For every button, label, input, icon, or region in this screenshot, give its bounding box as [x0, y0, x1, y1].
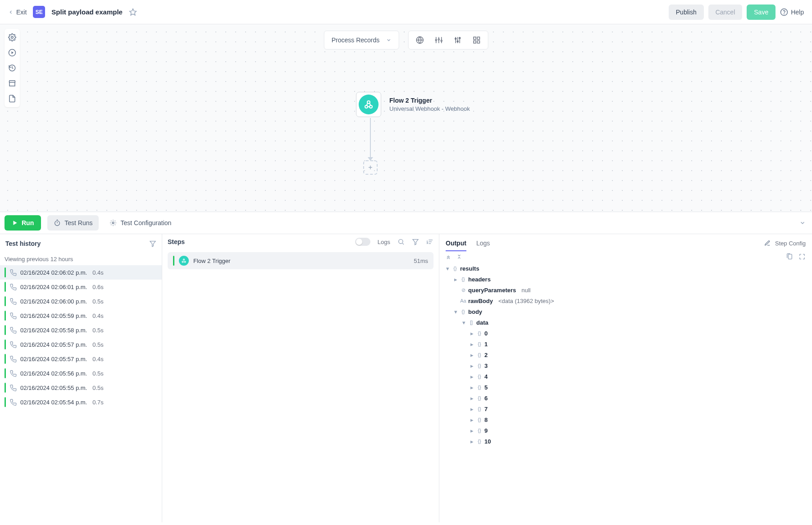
history-item[interactable]: 02/16/2024 02:06:01 p.m.0.6s — [0, 280, 162, 294]
add-step-button[interactable]: + — [363, 160, 378, 175]
status-bar-icon — [5, 311, 6, 321]
object-icon: {} — [476, 352, 483, 358]
fullscreen-icon[interactable] — [798, 253, 806, 260]
svg-point-36 — [399, 240, 403, 244]
tree-data-item[interactable]: ▸{}5 — [445, 382, 807, 393]
tree-data-item[interactable]: ▸{}8 — [445, 414, 807, 425]
flow-canvas[interactable]: Process Records Flow 2 Trigger Universal… — [0, 24, 812, 212]
tab-logs[interactable]: Logs — [476, 238, 490, 249]
publish-button[interactable]: Publish — [669, 5, 704, 20]
cancel-button[interactable]: Cancel — [708, 5, 743, 20]
history-time: 02/16/2024 02:06:00 p.m. — [20, 298, 87, 305]
status-bar-icon — [5, 325, 6, 335]
filter-icon[interactable] — [412, 238, 419, 245]
data-index: 10 — [484, 438, 491, 445]
tree-data-item[interactable]: ▸{}2 — [445, 349, 807, 360]
tree-data-item[interactable]: ▸{}10 — [445, 436, 807, 447]
exit-button[interactable]: Exit — [8, 9, 27, 16]
filter-icon[interactable] — [149, 240, 156, 247]
tree-queryparams[interactable]: ▸ ⊘ queryParameters null — [445, 285, 807, 295]
history-item[interactable]: 02/16/2024 02:05:57 p.m.0.4s — [0, 352, 162, 366]
collapse-all-icon[interactable] — [446, 254, 451, 259]
status-bar-icon — [5, 368, 6, 378]
history-item[interactable]: 02/16/2024 02:06:00 p.m.0.5s — [0, 294, 162, 308]
tree-rawbody[interactable]: ▸ Aa rawBody <data (13962 bytes)> — [445, 295, 807, 306]
adjustments-icon[interactable] — [448, 31, 467, 49]
history-item[interactable]: 02/16/2024 02:05:56 p.m.0.5s — [0, 366, 162, 380]
expand-all-icon[interactable] — [456, 254, 462, 259]
history-item[interactable]: 02/16/2024 02:05:59 p.m.0.4s — [0, 308, 162, 323]
tree-headers[interactable]: ▸ {} headers — [445, 274, 807, 285]
step-row[interactable]: Flow 2 Trigger 51ms — [168, 252, 433, 269]
page-title: Split payload example — [51, 8, 123, 16]
run-button[interactable]: Run — [5, 215, 41, 231]
connector-line — [370, 118, 371, 160]
test-runs-tab[interactable]: Test Runs — [47, 215, 99, 231]
object-icon: {} — [452, 265, 458, 272]
tree-body[interactable]: ▾ {} body — [445, 306, 807, 317]
history-duration: 0.5s — [92, 298, 104, 305]
store-icon[interactable] — [8, 79, 16, 87]
history-item[interactable]: 02/16/2024 02:05:55 p.m.0.5s — [0, 380, 162, 395]
tree-data-item[interactable]: ▸{}1 — [445, 339, 807, 349]
save-button[interactable]: Save — [747, 5, 776, 20]
history-time: 02/16/2024 02:05:57 p.m. — [20, 356, 87, 362]
trigger-node-box — [356, 92, 381, 117]
trigger-node[interactable]: Flow 2 Trigger Universal Webhook - Webho… — [356, 92, 470, 117]
search-icon[interactable] — [397, 238, 405, 245]
data-index: 6 — [484, 395, 488, 402]
tree-data[interactable]: ▾ [] data — [445, 317, 807, 328]
star-icon[interactable] — [129, 8, 137, 16]
tree-data-item[interactable]: ▸{}7 — [445, 403, 807, 414]
history-item[interactable]: 02/16/2024 02:05:57 p.m.0.5s — [0, 337, 162, 352]
sliders-icon[interactable] — [429, 31, 448, 49]
tree-results[interactable]: ▾ {} results — [445, 263, 807, 274]
flow-selector-label: Process Records — [332, 36, 380, 44]
history-item[interactable]: 02/16/2024 02:05:58 p.m.0.5s — [0, 323, 162, 337]
gear-icon[interactable] — [8, 33, 16, 41]
document-icon[interactable] — [8, 95, 16, 103]
history-item[interactable]: 02/16/2024 02:06:02 p.m.0.4s — [0, 265, 162, 280]
object-icon: {} — [476, 384, 483, 390]
trigger-subtitle: Universal Webhook - Webhook — [389, 105, 470, 112]
tab-output[interactable]: Output — [446, 238, 466, 249]
play-circle-icon[interactable] — [8, 49, 16, 57]
globe-icon[interactable] — [410, 31, 429, 49]
clipboard-icon[interactable] — [786, 253, 793, 260]
chevron-right-icon: ▸ — [469, 374, 474, 379]
history-duration: 0.5s — [92, 385, 104, 391]
logs-toggle[interactable] — [355, 238, 370, 246]
data-index: 0 — [484, 330, 488, 337]
svg-marker-0 — [129, 9, 136, 15]
help-button[interactable]: Help — [780, 8, 804, 16]
data-index: 2 — [484, 352, 488, 358]
object-icon: {} — [460, 308, 466, 315]
history-time: 02/16/2024 02:05:54 p.m. — [20, 399, 87, 406]
step-config-button[interactable]: Step Config — [764, 240, 806, 247]
grid-icon[interactable] — [467, 31, 486, 49]
tree-data-item[interactable]: ▸{}0 — [445, 328, 807, 339]
status-bar-icon — [5, 339, 6, 349]
status-bar-icon — [5, 282, 6, 292]
webhook-icon — [359, 95, 379, 114]
object-icon: {} — [476, 341, 483, 347]
tab-underline — [446, 250, 466, 251]
test-config-tab[interactable]: Test Configuration — [105, 215, 176, 231]
stopwatch-icon — [54, 219, 61, 226]
history-icon[interactable] — [8, 64, 16, 72]
tree-data-item[interactable]: ▸{}9 — [445, 425, 807, 436]
flow-selector-dropdown[interactable]: Process Records — [324, 31, 399, 50]
data-index: 4 — [484, 373, 488, 380]
svg-marker-30 — [14, 221, 17, 225]
history-item[interactable]: 02/16/2024 02:05:54 p.m.0.7s — [0, 395, 162, 409]
tree-data-item[interactable]: ▸{}6 — [445, 393, 807, 403]
tree-data-item[interactable]: ▸{}4 — [445, 371, 807, 382]
sort-icon[interactable] — [426, 238, 433, 245]
svg-rect-26 — [477, 41, 479, 43]
call-icon — [9, 269, 17, 276]
svg-point-44 — [183, 259, 185, 260]
call-icon — [9, 341, 17, 348]
tree-data-item[interactable]: ▸{}3 — [445, 360, 807, 371]
collapse-chevron-icon[interactable] — [799, 220, 806, 226]
data-key: data — [476, 319, 488, 326]
